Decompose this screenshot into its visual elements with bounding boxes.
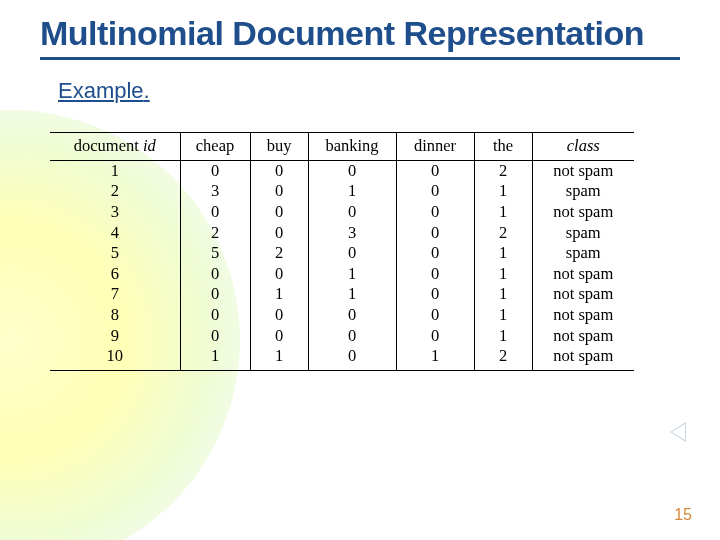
col-header-the: the [474, 133, 532, 161]
col-header-pre: the [493, 136, 513, 155]
cell-dinner: 0 [396, 223, 474, 244]
cell-buy: 0 [250, 223, 308, 244]
table-row: 552001spam [50, 243, 634, 264]
cell-buy: 1 [250, 346, 308, 370]
cell-class: not spam [532, 202, 634, 223]
table-header-row: document idcheapbuybankingdinnertheclass [50, 133, 634, 161]
cell-class: not spam [532, 326, 634, 347]
cell-buy: 0 [250, 264, 308, 285]
cell-id: 4 [50, 223, 180, 244]
cell-the: 2 [474, 346, 532, 370]
cell-buy: 2 [250, 243, 308, 264]
table-row: 900001not spam [50, 326, 634, 347]
example-label: Example [58, 78, 144, 103]
cell-the: 1 [474, 284, 532, 305]
col-header-pre: dinner [414, 136, 456, 155]
cell-dinner: 0 [396, 160, 474, 181]
cell-banking: 3 [308, 223, 396, 244]
cell-the: 2 [474, 160, 532, 181]
cell-buy: 0 [250, 160, 308, 181]
cell-cheap: 5 [180, 243, 250, 264]
cell-id: 10 [50, 346, 180, 370]
cell-the: 2 [474, 223, 532, 244]
cell-cheap: 2 [180, 223, 250, 244]
back-arrow-icon[interactable] [670, 422, 686, 442]
cell-banking: 0 [308, 346, 396, 370]
table-row: 701101not spam [50, 284, 634, 305]
cell-id: 9 [50, 326, 180, 347]
cell-dinner: 0 [396, 181, 474, 202]
cell-class: not spam [532, 264, 634, 285]
cell-class: not spam [532, 305, 634, 326]
data-table: document idcheapbuybankingdinnertheclass… [50, 132, 634, 371]
table-row: 100002not spam [50, 160, 634, 181]
col-header-buy: buy [250, 133, 308, 161]
cell-the: 1 [474, 181, 532, 202]
cell-dinner: 0 [396, 202, 474, 223]
cell-the: 1 [474, 305, 532, 326]
cell-id: 6 [50, 264, 180, 285]
cell-dinner: 0 [396, 305, 474, 326]
cell-buy: 1 [250, 284, 308, 305]
col-header-pre: cheap [196, 136, 234, 155]
table-header: document idcheapbuybankingdinnertheclass [50, 133, 634, 161]
cell-banking: 0 [308, 202, 396, 223]
col-header-dinner: dinner [396, 133, 474, 161]
col-header-cheap: cheap [180, 133, 250, 161]
col-header-banking: banking [308, 133, 396, 161]
cell-buy: 0 [250, 181, 308, 202]
page-number: 15 [674, 506, 692, 524]
table-row: 1011012not spam [50, 346, 634, 370]
table-row: 420302spam [50, 223, 634, 244]
cell-the: 1 [474, 243, 532, 264]
cell-class: spam [532, 223, 634, 244]
col-header-pre: document [74, 136, 143, 155]
col-header-ital: id [143, 136, 156, 155]
table-row: 300001not spam [50, 202, 634, 223]
cell-class: not spam [532, 160, 634, 181]
cell-class: not spam [532, 346, 634, 370]
cell-dinner: 0 [396, 243, 474, 264]
col-header-ital: class [567, 136, 600, 155]
cell-banking: 0 [308, 305, 396, 326]
cell-id: 2 [50, 181, 180, 202]
cell-the: 1 [474, 326, 532, 347]
cell-cheap: 0 [180, 326, 250, 347]
col-header-id: document id [50, 133, 180, 161]
col-header-pre: buy [267, 136, 292, 155]
cell-banking: 0 [308, 160, 396, 181]
cell-id: 8 [50, 305, 180, 326]
cell-dinner: 1 [396, 346, 474, 370]
cell-cheap: 0 [180, 305, 250, 326]
data-table-container: document idcheapbuybankingdinnertheclass… [50, 132, 720, 371]
slide-container: Multinomial Document Representation Exam… [0, 0, 720, 540]
example-dot: . [144, 78, 150, 103]
cell-cheap: 0 [180, 160, 250, 181]
cell-buy: 0 [250, 305, 308, 326]
table-row: 800001not spam [50, 305, 634, 326]
cell-banking: 1 [308, 284, 396, 305]
cell-cheap: 0 [180, 264, 250, 285]
cell-id: 7 [50, 284, 180, 305]
col-header-pre: banking [325, 136, 378, 155]
cell-buy: 0 [250, 326, 308, 347]
cell-buy: 0 [250, 202, 308, 223]
cell-banking: 0 [308, 326, 396, 347]
cell-id: 3 [50, 202, 180, 223]
cell-id: 5 [50, 243, 180, 264]
cell-banking: 1 [308, 181, 396, 202]
cell-dinner: 0 [396, 326, 474, 347]
cell-cheap: 1 [180, 346, 250, 370]
table-row: 230101spam [50, 181, 634, 202]
cell-cheap: 3 [180, 181, 250, 202]
cell-dinner: 0 [396, 284, 474, 305]
cell-cheap: 0 [180, 284, 250, 305]
table-row: 600101not spam [50, 264, 634, 285]
cell-the: 1 [474, 202, 532, 223]
page-title: Multinomial Document Representation [0, 0, 720, 57]
example-heading: Example. [58, 78, 720, 104]
cell-id: 1 [50, 160, 180, 181]
table-body: 100002not spam230101spam300001not spam42… [50, 160, 634, 370]
cell-banking: 0 [308, 243, 396, 264]
cell-cheap: 0 [180, 202, 250, 223]
